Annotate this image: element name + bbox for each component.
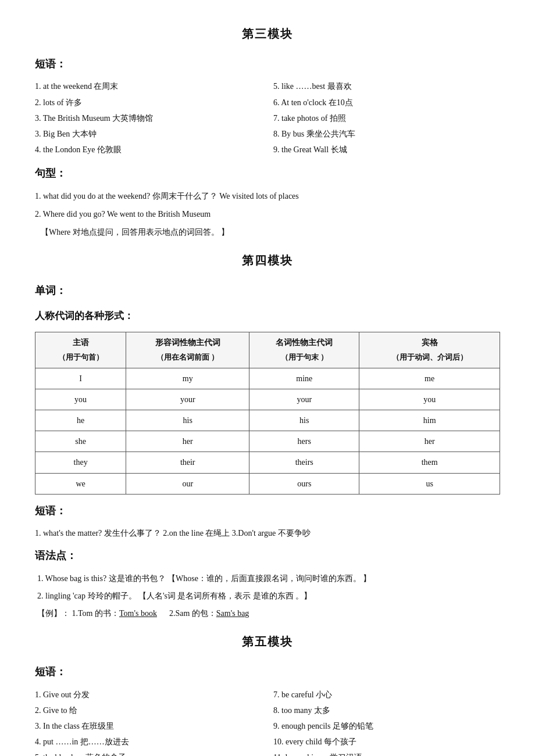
module3-phrases-grid: 1. at the weekend 在周末 2. lots of 许多 3. T… (35, 79, 500, 158)
table-cell: our (126, 473, 249, 494)
module4-grammar-heading: 语法点： (35, 546, 500, 565)
table-cell: we (35, 473, 126, 494)
module5-phrases-left: 1. Give out 分发 2. Give to 给 3. In the cl… (35, 687, 262, 756)
m3-sentence2: 2. Where did you go? We went to the Brit… (35, 207, 500, 221)
table-cell: his (126, 410, 249, 431)
m3-phrase-l4: 3. Big Ben 大本钟 (35, 127, 262, 141)
m3-phrase-r2: 6. At ten o'clock 在10点 (273, 95, 500, 110)
module4-title: 第四模块 (35, 250, 500, 271)
table-header-col4: 宾格 （用于动词、介词后） (359, 332, 500, 368)
table-cell: them (359, 452, 500, 473)
table-cell: your (249, 389, 359, 410)
m5-phrase-l5: 5. the blue box 蓝色的盒子 (35, 750, 262, 756)
m5-phrase-l2: 2. Give to 给 (35, 703, 262, 718)
table-header-col1: 主语 （用于句首） (35, 332, 126, 368)
m3-sentence2-note: 【Where 对地点提问，回答用表示地点的词回答。 】 (41, 225, 500, 239)
example1-label: 1.Tom 的书： (72, 609, 119, 618)
table-cell: him (359, 410, 500, 431)
table-row: youyouryouryou (35, 389, 500, 410)
table-row: Imymineme (35, 368, 500, 389)
m5-phrase-r4: 10. every child 每个孩子 (273, 734, 500, 749)
module5-phrases-heading: 短语： (35, 662, 500, 681)
m3-phrase-r3: 7. take photos of 拍照 (273, 111, 500, 126)
example2-label: 2.Sam 的包： (169, 609, 216, 618)
table-cell: his (249, 410, 359, 431)
table-cell: she (35, 431, 126, 452)
table-cell: her (359, 431, 500, 452)
table-header-col3: 名词性物主代词 （用于句末 ） (249, 332, 359, 368)
table-cell: my (126, 368, 249, 389)
module4-phrases-heading: 短语： (35, 501, 500, 520)
module3-sentences-heading: 句型： (35, 164, 500, 182)
m3-phrase-l3: 3. The British Museum 大英博物馆 (35, 111, 262, 126)
m3-phrase-l1: 1. at the weekend 在周末 (35, 79, 262, 94)
m3-phrase-r5: 9. the Great Wall 长城 (273, 142, 500, 157)
m3-phrase-r4: 8. By bus 乘坐公共汽车 (273, 127, 500, 141)
m4-grammar2: 2. lingling 'cap 玲玲的帽子。 【人名's词 是名词所有格，表示… (37, 589, 500, 603)
table-cell: ours (249, 473, 359, 494)
table-row: sheherhersher (35, 431, 500, 452)
table-cell: hers (249, 431, 359, 452)
m3-sentence1: 1. what did you do at the weekend? 你周末干什… (35, 189, 500, 203)
m5-phrase-l3: 3. In the class 在班级里 (35, 719, 262, 733)
table-cell: they (35, 452, 126, 473)
example-label: 【例】： (37, 609, 70, 618)
table-cell: you (359, 389, 500, 410)
example1-underline: Tom's book (119, 609, 157, 618)
table-header-row: 主语 （用于句首） 形容词性物主代词 （用在名词前面 ） 名词性物主代词 （用于… (35, 332, 500, 368)
m4-grammar1: 1. Whose bag is this? 这是谁的书包？ 【Whose：谁的，… (37, 571, 500, 586)
table-cell: you (35, 389, 126, 410)
table-cell: her (126, 431, 249, 452)
table-cell: their (126, 452, 249, 473)
table-header-col2: 形容词性物主代词 （用在名词前面 ） (126, 332, 249, 368)
m4-example-line: 【例】： 1.Tom 的书：Tom's book 2.Sam 的包：Sam's … (37, 606, 500, 621)
table-cell: your (126, 389, 249, 410)
table-cell: I (35, 368, 126, 389)
m5-phrase-r1: 7. be careful 小心 (273, 687, 500, 702)
m4-phrases-inline: 1. what's the matter? 发生什么事了？ 2.on the l… (35, 526, 500, 540)
table-row: theytheirtheirsthem (35, 452, 500, 473)
table-row: hehishishim (35, 410, 500, 431)
module3-phrases-heading: 短语： (35, 55, 500, 73)
m5-phrase-l4: 4. put ……in 把……放进去 (35, 734, 262, 749)
pronoun-table: 主语 （用于句首） 形容词性物主代词 （用在名词前面 ） 名词性物主代词 （用于… (35, 332, 500, 495)
table-cell: us (359, 473, 500, 494)
example2-underline: Sam's bag (216, 609, 249, 618)
m3-phrase-l5: 4. the London Eye 伦敦眼 (35, 142, 262, 157)
module4-vocab-heading: 单词： (35, 281, 500, 300)
m5-phrase-r5: 11. learn chinese 学习汉语 (273, 750, 500, 756)
table-cell: me (359, 368, 500, 389)
module5-phrases-right: 7. be careful 小心 8. too many 太多 9. enoug… (273, 687, 500, 756)
table-cell: he (35, 410, 126, 431)
m5-phrase-r2: 8. too many 太多 (273, 703, 500, 718)
module4-pronoun-title: 人称代词的各种形式： (35, 307, 500, 325)
m5-phrase-r3: 9. enough pencils 足够的铅笔 (273, 719, 500, 733)
table-row: weouroursus (35, 473, 500, 494)
module3-phrases-left: 1. at the weekend 在周末 2. lots of 许多 3. T… (35, 79, 262, 158)
m3-phrase-l2: 2. lots of 许多 (35, 95, 262, 110)
m3-phrase-r1: 5. like ……best 最喜欢 (273, 79, 500, 94)
module5-title: 第五模块 (35, 631, 500, 652)
m5-phrase-l1: 1. Give out 分发 (35, 687, 262, 702)
table-cell: mine (249, 368, 359, 389)
module5-phrases-grid: 1. Give out 分发 2. Give to 给 3. In the cl… (35, 687, 500, 756)
module3-title: 第三模块 (35, 23, 500, 44)
table-cell: theirs (249, 452, 359, 473)
module3-phrases-right: 5. like ……best 最喜欢 6. At ten o'clock 在10… (273, 79, 500, 158)
